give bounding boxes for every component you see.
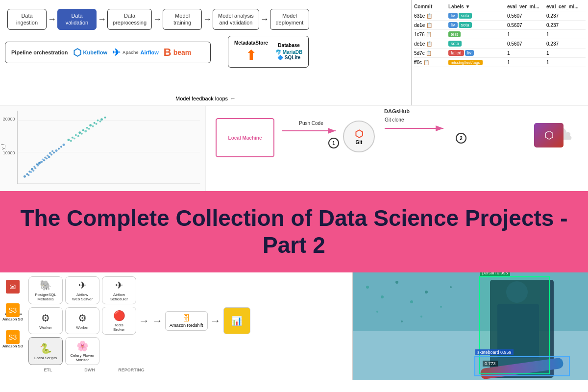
local-machine-label: Local Machine xyxy=(228,135,262,141)
svg-point-28 xyxy=(39,161,41,163)
s3-icon-2: S3 xyxy=(6,330,20,344)
cicd-content: DAGsHub Local Machine Push Code 1 ⬡ Git xyxy=(206,106,588,191)
worker-box-2: ⚙ Worker xyxy=(65,307,99,334)
local-scripts-box: 🐍 Local Scripts xyxy=(28,337,63,365)
airflow-sched-label: AirflowScheduler xyxy=(110,293,128,301)
col-eval-ver: eval_ver_ml... xyxy=(507,4,546,9)
svg-point-29 xyxy=(42,158,44,160)
labels-1: livsota xyxy=(448,13,507,19)
val1-5: 1 xyxy=(507,50,546,56)
orchestration-box: Pipeline orchestration ⬡ Kubeflow ✈ Apac… xyxy=(5,42,211,63)
arch-row-1: 🐘 PostgreSQLMetadata ✈ AirflowWeb Server… xyxy=(28,276,348,304)
table-header: Commit Labels ▼ eval_ver_ml... eval_cer_… xyxy=(414,2,586,11)
airflow-ws-label: AirflowWeb Server xyxy=(72,293,93,301)
step-data-preprocessing[interactable]: Datapreprocessing xyxy=(107,9,152,30)
cloud-box: ⬡ xyxy=(534,123,564,147)
metadata-box: MetadataStore ⬆ Database 🐬 MariaDB 🔷 SQL… xyxy=(228,36,309,68)
svg-point-23 xyxy=(27,174,29,176)
mariadb-label: 🐬 MariaDB xyxy=(275,49,302,55)
arrow-2: → xyxy=(98,14,106,24)
local-scripts-label: Local Scripts xyxy=(34,356,57,360)
step-model-deployment[interactable]: Modeldeployment xyxy=(270,9,309,30)
step-data-validation[interactable]: Datavalidation xyxy=(57,9,97,30)
svg-point-64 xyxy=(381,295,384,298)
svg-point-65 xyxy=(395,281,398,284)
svg-point-40 xyxy=(89,124,92,126)
tensorflow-icon: ⬆ xyxy=(234,47,268,63)
scatter-plot: 20000 10000 xyxy=(0,105,206,191)
airflow-ws-icon: ✈ xyxy=(78,279,87,291)
redis-icon: 🔴 xyxy=(113,310,125,321)
section-labels: ETL DWH REPORTING xyxy=(28,368,348,372)
labels-2: livsota xyxy=(448,22,507,28)
postgresql-box: 🐘 PostgreSQLMetadata xyxy=(28,276,63,304)
worker-box-1: ⚙ Worker xyxy=(28,307,63,334)
worker-1-icon: ⚙ xyxy=(41,312,50,324)
svg-point-19 xyxy=(55,149,58,152)
step-circle-1: 1 xyxy=(328,138,339,148)
step-model-analysis[interactable]: Model analysisand validation xyxy=(213,9,259,30)
table-row: de1e 📋 livsota 0.5607 0.237 xyxy=(414,21,586,30)
svg-point-66 xyxy=(410,300,413,303)
svg-point-48 xyxy=(81,133,83,135)
person-label: person 0.993 xyxy=(480,272,510,276)
pipeline-diagram: Dataingestion → Datavalidation → Datapre… xyxy=(0,0,412,105)
side-icon-s3-1: S3 Amazon S3 xyxy=(2,303,23,321)
score-3-label: 0.773 xyxy=(483,361,498,367)
svg-point-45 xyxy=(70,140,72,142)
beam-logo: B beam xyxy=(164,46,191,59)
step-data-ingestion[interactable]: Dataingestion xyxy=(7,9,47,30)
svg-point-25 xyxy=(32,170,34,172)
step-model-training[interactable]: Modeltraining xyxy=(163,9,202,30)
svg-point-42 xyxy=(97,120,99,122)
s3-icon-1: S3 xyxy=(6,303,20,317)
cicd-diagram: DAGsHub Local Machine Push Code 1 ⬡ Git xyxy=(206,105,588,191)
svg-point-27 xyxy=(37,164,39,167)
side-icon-gmail: ✉ xyxy=(2,280,23,294)
labels-5: failedliv xyxy=(448,50,507,56)
side-icons: ✉ S3 Amazon S3 S3 Amazon S3 xyxy=(2,280,23,348)
svg-point-20 xyxy=(58,148,60,150)
svg-point-22 xyxy=(62,144,65,146)
bottom-section: ✉ S3 Amazon S3 S3 Amazon S3 🐘 PostgreSQL… xyxy=(0,272,588,380)
svg-text:20000: 20000 xyxy=(3,117,15,122)
powerbi-box: 📊 xyxy=(223,307,250,334)
step-1-label: 1 xyxy=(332,141,335,146)
svg-point-68 xyxy=(440,306,442,308)
val1-1: 0.5607 xyxy=(507,13,546,19)
detection-image: person 0.993 skateboard 0.959 0.773 xyxy=(353,272,588,380)
worker-1-label: Worker xyxy=(39,325,52,330)
svg-point-46 xyxy=(74,138,75,140)
pipeline-steps: Dataingestion → Datavalidation → Datapre… xyxy=(7,9,406,30)
svg-point-41 xyxy=(94,122,96,124)
val1-4: 0.5607 xyxy=(507,41,546,47)
svg-point-26 xyxy=(34,167,36,169)
arch-row-3: 🐍 Local Scripts 🌸 Celery FlowerMonitor xyxy=(28,337,348,365)
metadata-store: MetadataStore ⬆ xyxy=(234,40,268,63)
middle-row: 20000 10000 xyxy=(0,105,588,191)
svg-point-35 xyxy=(72,137,74,139)
architecture-diagram: ✉ S3 Amazon S3 S3 Amazon S3 🐘 PostgreSQL… xyxy=(0,272,353,380)
git-icon: ⬡ xyxy=(355,128,363,140)
etl-label: ETL xyxy=(28,368,68,372)
arch-row-2: ⚙ Worker ⚙ Worker 🔴 redisBroker → → 🗄 Am xyxy=(28,307,348,335)
worker-2-icon: ⚙ xyxy=(78,312,87,324)
val2-1: 0.237 xyxy=(546,13,586,19)
svg-point-32 xyxy=(49,152,51,154)
commits-table: Commit Labels ▼ eval_ver_ml... eval_cer_… xyxy=(412,0,588,105)
skateboard-label: skateboard 0.959 xyxy=(475,349,514,355)
database-label: Database xyxy=(275,43,302,48)
s3-label-2: Amazon S3 xyxy=(2,344,23,348)
val2-6: 1 xyxy=(546,60,586,65)
celery-label: Celery FlowerMonitor xyxy=(70,353,94,362)
gmail-icon: ✉ xyxy=(6,280,20,294)
push-code-label: Push Code xyxy=(299,121,323,126)
svg-point-18 xyxy=(53,151,55,153)
labels-4: sota xyxy=(448,41,507,47)
sqlite-label: 🔷 SQLite xyxy=(275,55,302,60)
dwh-label: DWH xyxy=(70,368,109,372)
celery-flower-box: 🌸 Celery FlowerMonitor xyxy=(65,337,99,365)
arrow-5: → xyxy=(260,14,269,24)
redshift-icon: 🗄 xyxy=(170,314,203,323)
val1-3: 1 xyxy=(507,32,546,37)
